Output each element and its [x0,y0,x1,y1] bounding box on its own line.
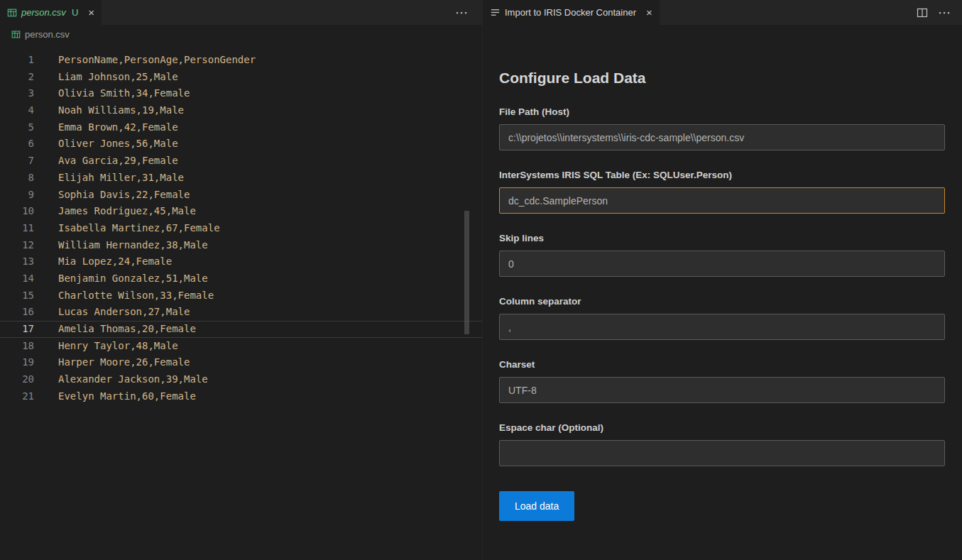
line-text: William Hernandez,38,Male [58,237,208,254]
iris-sql-table-input[interactable] [499,187,945,214]
line-number: 7 [0,153,34,170]
tab-title: person.csv [21,7,66,18]
line-number: 21 [0,388,34,405]
code-line[interactable]: 5Emma Brown,42,Female [0,119,482,136]
line-number: 14 [0,270,34,287]
breadcrumb[interactable]: person.csv [0,25,482,43]
escape-char-label: Espace char (Optional) [499,422,945,434]
close-icon[interactable]: × [646,7,652,18]
code-line[interactable]: 19Harper Moore,26,Female [0,354,482,371]
editor-pane-csv: person.csv U × ⋯ person.csv 1PersonName,… [0,0,482,560]
line-number: 15 [0,287,34,304]
breadcrumb-filename: person.csv [25,29,70,40]
code-line[interactable]: 17Amelia Thomas,20,Female [0,321,482,338]
line-number: 19 [0,354,34,371]
code-line[interactable]: 15Charlotte Wilson,33,Female [0,287,482,304]
file-path-input[interactable] [499,124,945,150]
escape-char-input[interactable] [499,440,945,466]
column-separator-field: Column separator [499,295,945,340]
escape-char-field: Espace char (Optional) [499,422,945,466]
split-editor-icon[interactable] [917,7,928,18]
vertical-scrollbar-thumb[interactable] [464,211,469,334]
line-text: Benjamin Gonzalez,51,Male [58,270,208,287]
line-text: Lucas Anderson,27,Male [58,304,190,321]
code-line[interactable]: 18Henry Taylor,48,Male [0,338,482,355]
line-number: 1 [0,52,34,69]
line-text: Harper Moore,26,Female [58,354,190,371]
skip-lines-input[interactable] [499,251,945,277]
line-number: 5 [0,119,34,136]
more-actions-icon[interactable]: ⋯ [455,5,468,21]
line-text: Charlotte Wilson,33,Female [58,287,214,304]
line-text: Oliver Jones,56,Male [58,136,178,153]
code-line[interactable]: 7Ava Garcia,29,Female [0,153,482,170]
code-editor[interactable]: 1PersonName,PersonAge,PersonGender2Liam … [0,43,482,560]
charset-input[interactable] [499,377,945,403]
line-number: 20 [0,371,34,388]
import-webview: Configure Load Data File Path (Host)Inte… [483,25,962,560]
close-icon[interactable]: × [88,7,94,18]
line-number: 2 [0,69,34,86]
code-line[interactable]: 4Noah Williams,19,Male [0,102,482,119]
file-path-label: File Path (Host) [499,106,945,118]
line-text: Alexander Jackson,39,Male [58,371,208,388]
code-line[interactable]: 6Oliver Jones,56,Male [0,136,482,153]
more-actions-icon[interactable]: ⋯ [938,5,951,21]
charset-label: Charset [499,358,945,370]
line-text: Olivia Smith,34,Female [58,85,190,102]
line-text: Emma Brown,42,Female [58,119,178,136]
line-text: Noah Williams,19,Male [58,102,184,119]
skip-lines-field: Skip lines [499,232,945,277]
line-text: Ava Garcia,29,Female [58,153,178,170]
code-line[interactable]: 14Benjamin Gonzalez,51,Male [0,270,482,287]
file-path-field: File Path (Host) [499,106,945,150]
line-text: Sophia Davis,22,Female [58,187,190,204]
load-data-button[interactable]: Load data [499,491,574,521]
line-number: 3 [0,85,34,102]
code-line[interactable]: 12William Hernandez,38,Male [0,237,482,254]
line-number: 10 [0,203,34,220]
code-line[interactable]: 9Sophia Davis,22,Female [0,187,482,204]
line-text: Evelyn Martin,60,Female [58,388,196,405]
code-line[interactable]: 2Liam Johnson,25,Male [0,69,482,86]
line-number: 13 [0,253,34,270]
line-number: 9 [0,187,34,204]
line-number: 18 [0,338,34,355]
line-number: 16 [0,304,34,321]
line-text: Amelia Thomas,20,Female [58,321,196,338]
line-text: Elijah Miller,31,Male [58,170,184,187]
code-lines: 1PersonName,PersonAge,PersonGender2Liam … [0,52,482,405]
vscode-window: person.csv U × ⋯ person.csv 1PersonName,… [0,0,962,560]
code-line[interactable]: 21Evelyn Martin,60,Female [0,388,482,405]
column-separator-label: Column separator [499,295,945,307]
column-separator-input[interactable] [499,314,945,340]
webview-list-icon [490,7,501,18]
line-number: 12 [0,237,34,254]
code-line[interactable]: 8Elijah Miller,31,Male [0,170,482,187]
csv-table-icon [11,30,21,39]
charset-field: Charset [499,358,945,403]
line-text: James Rodriguez,45,Male [58,203,196,220]
line-number: 8 [0,170,34,187]
code-line[interactable]: 13Mia Lopez,24,Female [0,253,482,270]
line-number: 4 [0,102,34,119]
code-line[interactable]: 3Olivia Smith,34,Female [0,85,482,102]
tab-import-iris[interactable]: Import to IRIS Docker Container × [483,0,660,25]
iris-sql-table-label: InterSystems IRIS SQL Table (Ex: SQLUser… [499,169,945,181]
webview-pane: Import to IRIS Docker Container × ⋯ Conf… [482,0,962,560]
code-line[interactable]: 10James Rodriguez,45,Male [0,203,482,220]
code-line[interactable]: 11Isabella Martinez,67,Female [0,220,482,237]
line-number: 11 [0,220,34,237]
line-number: 6 [0,136,34,153]
code-line[interactable]: 1PersonName,PersonAge,PersonGender [0,52,482,69]
csv-table-icon [7,8,17,18]
line-text: Isabella Martinez,67,Female [58,220,220,237]
line-text: Mia Lopez,24,Female [58,253,172,270]
code-line[interactable]: 20Alexander Jackson,39,Male [0,371,482,388]
left-tabstrip: person.csv U × ⋯ [0,0,482,25]
page-title: Configure Load Data [499,69,945,87]
git-untracked-badge: U [72,7,78,18]
line-text: PersonName,PersonAge,PersonGender [58,52,256,69]
tab-person-csv[interactable]: person.csv U × [0,0,102,25]
code-line[interactable]: 16Lucas Anderson,27,Male [0,304,482,321]
